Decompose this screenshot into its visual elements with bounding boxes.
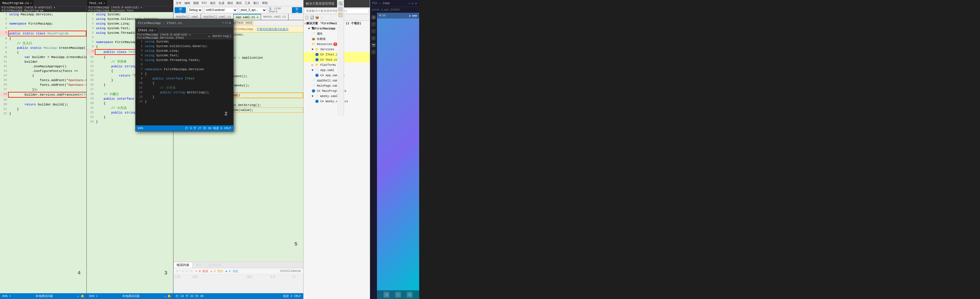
- label-2: 2: [224, 111, 228, 117]
- manage-button[interactable]: 管理: [292, 7, 302, 13]
- status-icons: ⚠ 🔔: [77, 294, 84, 298]
- icon-settings[interactable]: ⚙: [338, 7, 343, 11]
- menu-project[interactable]: 项目: [209, 1, 217, 6]
- menu-test[interactable]: 测试: [235, 1, 243, 6]
- tree-resources[interactable]: 📁 Resources 1: [304, 41, 370, 47]
- tab-find[interactable]: 查找结果: [205, 262, 224, 268]
- tree-appshell[interactable]: 📄 AppShell.xaml: [304, 78, 370, 83]
- menu-build[interactable]: 生成: [217, 1, 226, 6]
- floating-code: 1using System; 2using System.Collections…: [135, 39, 233, 126]
- line-14: 14 {: [0, 73, 86, 78]
- tree-weeky-cs[interactable]: 🔵 C# Weeky.xaml.cs: [304, 99, 370, 104]
- floating-maximize[interactable]: □: [226, 21, 228, 25]
- floating-titlebar: FirstMauiApp - ITest.cs — □ ✕: [135, 19, 233, 27]
- tree-platforms[interactable]: ▷ 📁 Platforms: [304, 62, 370, 68]
- line-13: 13 .ConfigureFonts(fonts =>: [0, 69, 86, 73]
- line-19: 19: [0, 98, 86, 102]
- emulator-vol-up[interactable]: +: [371, 22, 376, 27]
- device-select[interactable]: pixel_3_api...: [239, 7, 267, 13]
- line-4: 4: [0, 26, 86, 30]
- menu-help[interactable]: 帮助: [261, 1, 269, 6]
- line-7: 7 // 主入口: [0, 41, 86, 46]
- sol-header: 解决方案资源管理器: [304, 0, 370, 8]
- tree-mauiprogram[interactable]: 🔵 C# MauiProgram.cs: [304, 88, 370, 94]
- line-3: 3namespace FirstMauiApp;: [0, 21, 86, 26]
- floating-breadcrumb: FirstMauiApp (net8.0-android) ▸ FirstMau…: [135, 33, 233, 39]
- code-area-left: 1using MauiApp.Services; 2 3namespace Fi…: [0, 12, 86, 293]
- breadcrumb-middle: FirstMauiApp (net8.0-android) ▸ FirstMau…: [87, 6, 173, 12]
- tree-solution[interactable]: ▷ 解决方案 'FirstMauiApp' (1 个项目): [304, 21, 370, 26]
- panel-maui-program: MauiProgram.cs ✕ FirstMauiApp (net8.0-an…: [0, 0, 87, 299]
- tab-app-xaml-cs[interactable]: App.xaml.cs ✕: [234, 14, 261, 20]
- col-line: 行: [292, 274, 303, 293]
- emulator-more[interactable]: ⋯: [371, 50, 376, 54]
- line-21: 21 }: [0, 107, 86, 111]
- emulator-vol-down[interactable]: −: [371, 29, 376, 33]
- sol-search-input[interactable]: [305, 8, 369, 14]
- nav-recent[interactable]: □: [407, 292, 412, 297]
- line-2: 2: [0, 17, 86, 21]
- tree-properties[interactable]: 📄 属性: [304, 31, 370, 37]
- error-count: ✕ 0 错误: [196, 269, 208, 273]
- panel-floating-itest: FirstMauiApp - ITest.cs — □ ✕ ITest.cs ✕…: [135, 19, 234, 132]
- solution-tree: ▷ 解决方案 'FirstMauiApp' (1 个项目) ▼ 🏗 FirstM…: [304, 21, 370, 299]
- tab-close-left[interactable]: ✕: [30, 2, 32, 5]
- floating-close[interactable]: ✕: [229, 21, 231, 25]
- platform-select[interactable]: net8.0-android: [204, 7, 238, 13]
- sol-icon-4[interactable]: 🗂: [320, 16, 323, 19]
- emulator-rotate[interactable]: ↺: [371, 36, 376, 40]
- floating-tab-itest[interactable]: ITest.cs ✕: [135, 27, 159, 33]
- tree-weeky-xaml[interactable]: ▼ 📄 Weeky.xaml: [304, 94, 370, 99]
- tab-output[interactable]: 输出: [192, 262, 205, 268]
- nav-home[interactable]: ○: [395, 292, 401, 297]
- tree-services[interactable]: ▼ 📁 Services: [304, 47, 370, 52]
- sol-icon-2[interactable]: 🔄: [310, 16, 314, 19]
- tree-app-xaml[interactable]: ▼ 📄 App.xaml: [304, 68, 370, 73]
- line-9: 9 {: [0, 50, 86, 55]
- menu-tools[interactable]: 工具: [243, 1, 251, 6]
- label-5: 5: [294, 241, 298, 247]
- floating-tab-close[interactable]: ✕: [154, 29, 156, 32]
- tree-project[interactable]: ▼ 🏗 FirstMauiApp: [304, 26, 370, 31]
- tab-error-list[interactable]: 错误列表: [173, 262, 192, 268]
- menu-edit[interactable]: 编辑: [183, 1, 191, 6]
- floating-minimize[interactable]: —: [222, 21, 224, 25]
- emulator-panel: Fir...1App — □ ✕ pixel_3_api_313554 ⏻ + …: [370, 0, 419, 299]
- menu-view[interactable]: 视图: [192, 1, 200, 6]
- sol-icon-3[interactable]: 📦: [315, 16, 319, 19]
- status-mid-icons: ⚠ 🔔: [164, 294, 171, 298]
- tab-weeky-cs[interactable]: Weeky.xaml.cs: [261, 14, 288, 20]
- app-menubar: 文件 编辑 视图 Git 项目 生成 调试 测试 工具 窗口 帮助: [173, 0, 303, 6]
- tab-mauiprogram[interactable]: MauiProgram.cs ✕: [0, 0, 34, 6]
- line-12: 12 .UseMauiApp<App>(): [0, 64, 86, 69]
- emulator-screenshot[interactable]: 📷: [371, 43, 376, 48]
- icon-folder[interactable]: 📁: [338, 13, 343, 17]
- emulator-titlebar: Fir...1App — □ ✕: [370, 0, 419, 7]
- emulator-screen[interactable]: 8:12 ▲ ▮▮▮ ◁ ○ □: [377, 13, 419, 299]
- icon-search[interactable]: 🔍: [338, 1, 343, 6]
- tree-mainpage[interactable]: 📄 MainPage.xaml: [304, 83, 370, 88]
- line-5: 5 public static class MauiProgram: [0, 30, 86, 37]
- menu-window[interactable]: 窗口: [252, 1, 260, 6]
- menu-git[interactable]: Git: [200, 1, 208, 5]
- run-button[interactable]: 调试: [175, 7, 186, 13]
- emulator-power[interactable]: ⏻: [371, 15, 376, 20]
- line-18: 18 builder.Services.AddTransient<ITest, …: [0, 92, 86, 98]
- tab-test[interactable]: Test.cs ✕: [87, 0, 108, 6]
- sol-icon-1[interactable]: 📋: [305, 16, 309, 19]
- menu-file[interactable]: 文件: [175, 1, 183, 6]
- tree-app-xaml-cs[interactable]: 🔵 C# App.xaml.cs: [304, 73, 370, 78]
- line-8: 8 public static MauiApp CreateMauiApp(): [0, 46, 86, 50]
- tree-dependencies[interactable]: 📦 依赖项: [304, 37, 370, 41]
- info-link[interactable]: 不再对此项目显示此提示: [257, 27, 288, 31]
- menu-debug[interactable]: 调试: [226, 1, 234, 6]
- tree-itest[interactable]: 🔵 C# ITest.cs: [304, 52, 370, 57]
- nav-back[interactable]: ◁: [383, 292, 390, 297]
- floating-tabs: ITest.cs ✕: [135, 27, 233, 33]
- tab-close-middle[interactable]: ✕: [103, 2, 105, 5]
- solution-explorer: 🔍 ⚙ 📁 解决方案资源管理器 📋 🔄 📦 🗂 ▷ 解决方案 'FirstMau…: [304, 0, 370, 299]
- config-select[interactable]: Debug: [188, 7, 203, 13]
- line-16: 16 fonts.AddFont("OpenSans-Semibold.ttf"…: [0, 83, 86, 87]
- tree-test[interactable]: 🔵 C# Test.cs: [304, 57, 370, 62]
- bottom-panel-tabs: 错误列表 输出 查找结果: [173, 262, 303, 268]
